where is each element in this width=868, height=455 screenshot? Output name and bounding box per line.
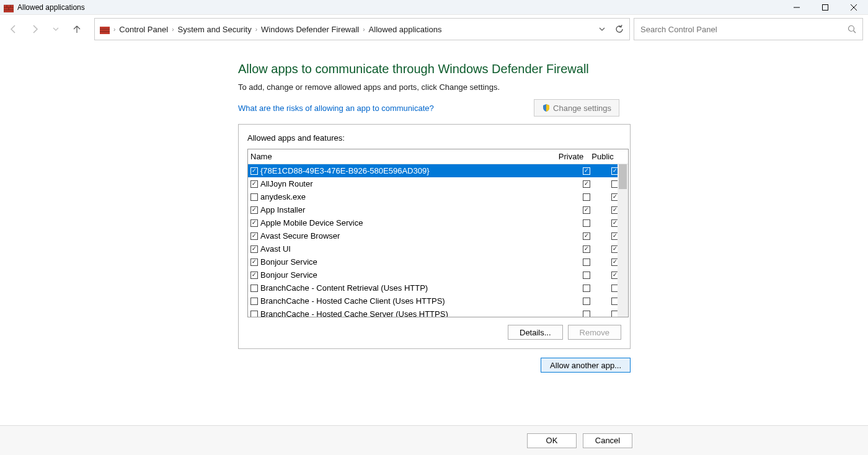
chevron-right-icon: ›: [255, 26, 257, 33]
app-row[interactable]: BranchCache - Hosted Cache Client (Uses …: [248, 294, 628, 307]
titlebar: Allowed applications: [0, 0, 868, 15]
svg-rect-8: [823, 4, 828, 10]
chevron-down-icon[interactable]: [598, 25, 606, 33]
svg-line-15: [854, 31, 856, 33]
app-name: BranchCache - Hosted Cache Client (Uses …: [260, 296, 571, 306]
remove-button[interactable]: Remove: [568, 325, 621, 340]
page-title: Allow apps to communicate through Window…: [238, 62, 868, 76]
scrollbar[interactable]: [618, 164, 628, 317]
app-row[interactable]: Apple Mobile Device Service: [248, 216, 628, 229]
back-button[interactable]: [5, 20, 22, 38]
close-button[interactable]: [839, 0, 868, 15]
enable-checkbox[interactable]: [250, 245, 258, 253]
address-bar[interactable]: › Control Panel › System and Security › …: [94, 18, 630, 40]
private-checkbox[interactable]: [583, 311, 590, 317]
allow-another-app-button[interactable]: Allow another app...: [541, 358, 631, 373]
app-name: anydesk.exe: [260, 192, 571, 201]
private-checkbox[interactable]: [583, 285, 590, 292]
app-row[interactable]: Bonjour Service: [248, 255, 628, 268]
app-row[interactable]: BranchCache - Hosted Cache Server (Uses …: [248, 307, 628, 317]
change-settings-button[interactable]: Change settings: [534, 99, 619, 117]
chevron-right-icon: ›: [113, 26, 115, 33]
minimize-button[interactable]: [782, 0, 811, 15]
app-name: Avast UI: [260, 244, 571, 254]
allowed-apps-box: Allowed apps and features: Name Private …: [238, 124, 631, 349]
app-name: BranchCache - Hosted Cache Server (Uses …: [260, 309, 571, 317]
maximize-button[interactable]: [811, 0, 839, 15]
private-checkbox[interactable]: [583, 298, 590, 305]
ok-button[interactable]: OK: [527, 433, 577, 448]
private-checkbox[interactable]: [583, 232, 590, 240]
enable-checkbox[interactable]: [250, 285, 258, 292]
firewall-icon: [100, 24, 110, 34]
enable-checkbox[interactable]: [250, 180, 258, 188]
app-row[interactable]: Avast UI: [248, 242, 628, 255]
app-name: App Installer: [260, 205, 571, 214]
app-row[interactable]: Avast Secure Browser: [248, 229, 628, 242]
private-checkbox[interactable]: [583, 272, 590, 279]
scrollbar-thumb[interactable]: [619, 164, 627, 189]
app-name: AllJoyn Router: [260, 179, 571, 188]
main-content: Allow apps to communicate through Window…: [0, 43, 868, 373]
up-button[interactable]: [68, 20, 86, 38]
list-header: Name Private Public: [248, 149, 628, 164]
private-checkbox[interactable]: [583, 219, 590, 227]
app-name: Bonjour Service: [260, 257, 571, 267]
column-private[interactable]: Private: [554, 152, 588, 161]
navbar: › Control Panel › System and Security › …: [0, 15, 868, 43]
enable-checkbox[interactable]: [250, 258, 258, 266]
window-title: Allowed applications: [17, 3, 782, 12]
chevron-right-icon: ›: [363, 26, 365, 33]
column-public[interactable]: Public: [588, 152, 618, 161]
app-row[interactable]: BranchCache - Content Retrieval (Uses HT…: [248, 281, 628, 294]
details-button[interactable]: Details...: [508, 325, 563, 340]
firewall-icon: [4, 2, 14, 12]
risks-link[interactable]: What are the risks of allowing an app to…: [238, 104, 434, 113]
apps-list: Name Private Public {78E1CD88-49E3-476E-…: [247, 149, 629, 317]
column-name[interactable]: Name: [248, 152, 554, 161]
recent-dropdown[interactable]: [47, 20, 64, 38]
forward-button[interactable]: [26, 20, 43, 38]
app-name: Apple Mobile Device Service: [260, 218, 571, 228]
change-settings-label: Change settings: [553, 104, 611, 113]
app-name: BranchCache - Content Retrieval (Uses HT…: [260, 283, 571, 293]
app-name: {78E1CD88-49E3-476E-B926-580E596AD309}: [260, 166, 571, 175]
breadcrumb-item[interactable]: System and Security: [177, 25, 251, 34]
search-input[interactable]: [640, 25, 848, 34]
enable-checkbox[interactable]: [250, 298, 258, 305]
app-name: Bonjour Service: [260, 270, 571, 280]
breadcrumb-item[interactable]: Windows Defender Firewall: [261, 25, 359, 34]
enable-checkbox[interactable]: [250, 219, 258, 227]
app-row[interactable]: anydesk.exe: [248, 190, 628, 203]
page-subtext: To add, change or remove allowed apps an…: [238, 82, 868, 92]
svg-point-14: [849, 26, 854, 32]
shield-icon: [542, 104, 551, 112]
refresh-icon[interactable]: [614, 24, 624, 34]
breadcrumb-item[interactable]: Allowed applications: [369, 25, 442, 34]
app-row[interactable]: App Installer: [248, 203, 628, 216]
private-checkbox[interactable]: [583, 206, 590, 214]
chevron-right-icon: ›: [172, 26, 174, 33]
search-box[interactable]: [634, 18, 863, 40]
enable-checkbox[interactable]: [250, 272, 258, 279]
app-name: Avast Secure Browser: [260, 231, 571, 241]
private-checkbox[interactable]: [583, 193, 590, 201]
private-checkbox[interactable]: [583, 167, 590, 175]
private-checkbox[interactable]: [583, 245, 590, 253]
private-checkbox[interactable]: [583, 258, 590, 266]
enable-checkbox[interactable]: [250, 193, 258, 201]
box-label: Allowed apps and features:: [247, 133, 629, 143]
footer: OK Cancel: [0, 425, 868, 455]
svg-rect-11: [100, 27, 110, 34]
enable-checkbox[interactable]: [250, 311, 258, 317]
enable-checkbox[interactable]: [250, 232, 258, 240]
app-row[interactable]: AllJoyn Router: [248, 177, 628, 190]
app-row[interactable]: {78E1CD88-49E3-476E-B926-580E596AD309}: [248, 164, 628, 177]
enable-checkbox[interactable]: [250, 167, 258, 175]
app-row[interactable]: Bonjour Service: [248, 268, 628, 281]
search-icon[interactable]: [848, 25, 856, 33]
enable-checkbox[interactable]: [250, 206, 258, 214]
cancel-button[interactable]: Cancel: [583, 433, 632, 448]
breadcrumb-item[interactable]: Control Panel: [119, 25, 168, 34]
private-checkbox[interactable]: [583, 180, 590, 188]
